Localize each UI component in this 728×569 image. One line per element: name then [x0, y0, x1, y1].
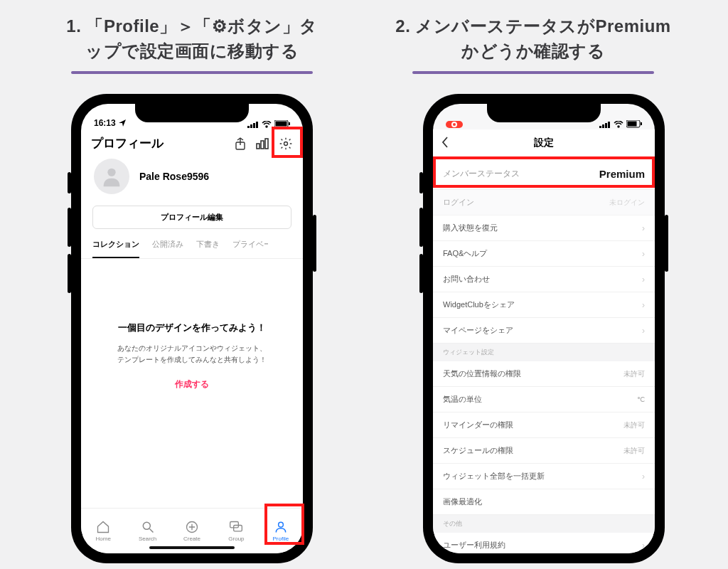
svg-rect-5 — [276, 122, 287, 127]
svg-point-13 — [143, 522, 150, 529]
phone-notch — [135, 104, 249, 122]
create-button[interactable]: 作成する — [98, 378, 286, 390]
row-refresh-all-widgets[interactable]: ウィジェット全部を一括更新 › — [433, 464, 655, 489]
svg-rect-18 — [599, 126, 601, 128]
svg-rect-24 — [641, 122, 642, 125]
profile-tabs: コレクション 公開済み 下書き プライベート — [81, 229, 303, 259]
svg-point-12 — [107, 169, 115, 176]
row-share-widgetclub[interactable]: WidgetClubをシェア › — [433, 292, 655, 318]
empty-title: 一個目のデザインを作ってみよう！ — [98, 321, 286, 334]
highlight-profile-tab — [264, 504, 304, 545]
tab-collection[interactable]: コレクション — [92, 239, 139, 258]
section-widget-settings: ウィジェット設定 — [433, 344, 655, 361]
row-user-terms[interactable]: ユーザー利用規約 › — [433, 533, 655, 553]
row-temperature-unit[interactable]: 気温の単位 ℃ — [433, 387, 655, 413]
step-1-line2: ップで設定画面に移動する — [28, 39, 355, 64]
empty-subtitle: あなたのオリジナルアイコンやウィジェット、 テンプレートを作成してみんなと共有し… — [98, 343, 286, 366]
username: Pale Rose9596 — [139, 171, 209, 182]
chevron-right-icon: › — [642, 326, 645, 336]
phone-profile: 16:13 プロフィール — [71, 94, 313, 563]
section-other: その他 — [433, 515, 655, 533]
chat-icon — [229, 520, 243, 534]
step-1-underline — [71, 71, 313, 74]
screen-record-indicator — [446, 121, 463, 128]
step-1-heading: 1. 「Profile」＞「⚙ボタン」タ ップで設定画面に移動する — [28, 14, 355, 74]
step-2-line2: かどうか確認する — [370, 39, 697, 64]
wifi-icon — [262, 121, 272, 128]
svg-rect-8 — [257, 144, 259, 149]
chart-icon[interactable] — [256, 138, 269, 149]
profile-title: プロフィール — [91, 135, 164, 151]
avatar[interactable] — [94, 159, 129, 194]
step-2-heading: 2. メンバーステータスがPremium かどうか確認する — [370, 14, 697, 74]
search-icon — [141, 520, 155, 534]
highlight-member-status — [433, 156, 655, 188]
tab-home[interactable]: Home — [81, 509, 125, 553]
row-reminder-permission[interactable]: リマインダーの権限 未許可 — [433, 413, 655, 438]
location-arrow-icon — [119, 119, 126, 127]
svg-rect-10 — [265, 139, 268, 149]
plus-circle-icon — [185, 520, 199, 534]
svg-rect-23 — [628, 122, 637, 127]
svg-rect-21 — [608, 122, 610, 128]
svg-rect-2 — [253, 123, 255, 128]
row-image-optimization[interactable]: 画像最適化 — [433, 489, 655, 515]
chevron-right-icon: › — [642, 223, 645, 233]
chevron-right-icon: › — [642, 275, 645, 284]
edit-profile-button[interactable]: プロフィール編集 — [92, 206, 291, 229]
home-indicator — [149, 546, 235, 549]
chevron-right-icon: › — [642, 300, 645, 310]
row-weather-permission[interactable]: 天気の位置情報の権限 未許可 — [433, 361, 655, 387]
phone-notch — [487, 104, 601, 122]
chevron-right-icon: › — [642, 541, 645, 551]
signal-icon — [599, 121, 611, 128]
status-time: 16:13 — [94, 118, 116, 128]
signal-icon — [247, 121, 259, 128]
svg-rect-19 — [602, 124, 604, 128]
step-2-underline — [412, 71, 654, 74]
row-contact[interactable]: お問い合わせ › — [433, 267, 655, 292]
svg-rect-9 — [261, 141, 264, 149]
phone-side-button — [313, 215, 316, 272]
row-login[interactable]: ログイン 未ログイン — [433, 190, 655, 216]
step-2-line1: 2. メンバーステータスがPremium — [370, 14, 697, 39]
svg-rect-15 — [230, 522, 239, 528]
svg-rect-3 — [256, 122, 258, 128]
chevron-right-icon: › — [642, 249, 645, 259]
row-restore-purchase[interactable]: 購入状態を復元 › — [433, 216, 655, 241]
tab-public[interactable]: 公開済み — [152, 239, 183, 258]
svg-rect-16 — [234, 526, 242, 531]
row-schedule-permission[interactable]: スケジュールの権限 未許可 — [433, 438, 655, 464]
tab-draft[interactable]: 下書き — [196, 239, 220, 258]
step-1-line1: 1. 「Profile」＞「⚙ボタン」タ — [28, 14, 355, 39]
wifi-icon — [614, 121, 623, 128]
share-icon[interactable] — [235, 137, 246, 150]
svg-rect-1 — [250, 124, 252, 128]
phone-settings: 設定 メンバーステータス Premium ログイン 未ログイン 購入状態を復元 … — [423, 94, 665, 563]
svg-rect-6 — [289, 122, 290, 125]
row-faq[interactable]: FAQ&ヘルプ › — [433, 241, 655, 267]
phone-side-button — [665, 215, 668, 272]
battery-icon — [626, 120, 642, 128]
row-share-mypage[interactable]: マイページをシェア › — [433, 318, 655, 344]
highlight-gear — [272, 127, 303, 158]
back-button[interactable] — [441, 137, 449, 151]
home-icon — [96, 520, 110, 534]
settings-title: 設定 — [534, 137, 554, 148]
tab-private[interactable]: プライベート — [232, 239, 268, 258]
svg-rect-20 — [605, 123, 607, 128]
chevron-right-icon: › — [642, 472, 645, 482]
svg-rect-0 — [247, 126, 250, 128]
